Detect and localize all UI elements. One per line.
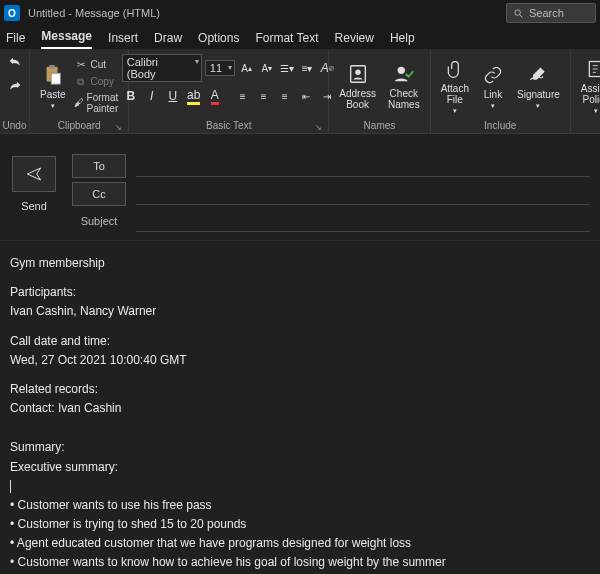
bullet-item: • Customer is trying to shed 15 to 20 po…: [10, 516, 590, 532]
search-placeholder: Search: [529, 7, 564, 19]
group-clipboard-label: Clipboard: [58, 120, 101, 131]
tab-draw[interactable]: Draw: [154, 31, 182, 49]
window-title: Untitled - Message (HTML): [28, 7, 506, 19]
paste-icon: [41, 63, 65, 87]
bullet-item: • Customer wants to know how to achieve …: [10, 554, 590, 570]
svg-rect-4: [51, 73, 60, 84]
italic-button[interactable]: I: [143, 87, 161, 105]
to-button[interactable]: To: [72, 154, 126, 178]
signature-icon: [526, 63, 550, 87]
send-icon: [25, 166, 43, 182]
svg-point-0: [515, 9, 521, 15]
redo-button[interactable]: [6, 78, 24, 96]
participants: Ivan Cashin, Nancy Warner: [10, 303, 590, 319]
attach-file-button[interactable]: Attach File ▾: [437, 55, 473, 116]
tab-message[interactable]: Message: [41, 29, 92, 49]
body-subject: Gym membership: [10, 255, 590, 271]
address-book-button[interactable]: Address Book: [335, 60, 380, 112]
copy-icon: ⧉: [74, 75, 88, 89]
svg-rect-3: [49, 64, 55, 68]
format-painter-icon: 🖌: [74, 96, 84, 110]
numbering-button[interactable]: ≡▾: [298, 59, 315, 77]
shrink-font-button[interactable]: A▾: [258, 59, 275, 77]
cc-button[interactable]: Cc: [72, 182, 126, 206]
menu-tabs: File Message Insert Draw Options Format …: [0, 26, 600, 50]
check-names-button[interactable]: Check Names: [384, 60, 424, 112]
subject-label: Subject: [72, 215, 126, 227]
assign-policy-icon: [584, 57, 600, 81]
font-name-select[interactable]: Calibri (Body: [122, 54, 202, 82]
svg-line-1: [520, 14, 523, 17]
highlight-button[interactable]: ab: [185, 87, 203, 105]
copy-button[interactable]: ⧉Copy: [74, 75, 123, 89]
bullets-button[interactable]: ☰▾: [278, 59, 295, 77]
group-undo-label: Undo: [6, 117, 23, 133]
ribbon: Undo Paste ▾ ✂Cut ⧉Copy 🖌Format Painter …: [0, 50, 600, 134]
grow-font-button[interactable]: A▴: [238, 59, 255, 77]
to-input[interactable]: [136, 155, 590, 177]
format-painter-button[interactable]: 🖌Format Painter: [74, 92, 123, 114]
mail-body[interactable]: Gym membership Participants: Ivan Cashin…: [0, 241, 600, 574]
attach-file-icon: [443, 57, 467, 81]
link-icon: [481, 63, 505, 87]
group-tags-label: Ta: [577, 117, 600, 133]
align-right-button[interactable]: ≡: [276, 87, 294, 105]
basictext-launcher-icon[interactable]: ↘: [315, 123, 322, 132]
subject-input[interactable]: [136, 210, 590, 232]
tab-review[interactable]: Review: [335, 31, 374, 49]
send-button[interactable]: [12, 156, 56, 192]
send-label: Send: [21, 200, 47, 212]
bullet-item: • Agent educated customer that we have p…: [10, 535, 590, 551]
underline-button[interactable]: U: [164, 87, 182, 105]
cc-input[interactable]: [136, 183, 590, 205]
search-icon: [513, 8, 524, 19]
svg-point-6: [355, 69, 361, 75]
search-input[interactable]: Search: [506, 3, 596, 23]
text-cursor: [10, 480, 11, 493]
related: Contact: Ivan Cashin: [10, 400, 590, 416]
undo-button[interactable]: [6, 54, 24, 72]
bold-button[interactable]: B: [122, 87, 140, 105]
outdent-button[interactable]: ⇤: [297, 87, 315, 105]
group-basictext-label: Basic Text: [206, 120, 251, 131]
align-center-button[interactable]: ≡: [255, 87, 273, 105]
address-book-icon: [346, 62, 370, 86]
tab-file[interactable]: File: [6, 31, 25, 49]
tab-options[interactable]: Options: [198, 31, 239, 49]
summary-label: Summary:: [10, 439, 590, 455]
clipboard-launcher-icon[interactable]: ↘: [115, 123, 122, 132]
tab-format-text[interactable]: Format Text: [255, 31, 318, 49]
align-left-button[interactable]: ≡: [234, 87, 252, 105]
font-size-select[interactable]: 11: [205, 60, 235, 76]
caret-down-icon: ▾: [51, 102, 55, 109]
exec-label: Executive summary:: [10, 459, 590, 475]
title-bar: O Untitled - Message (HTML) Search: [0, 0, 600, 26]
tab-help[interactable]: Help: [390, 31, 415, 49]
tab-insert[interactable]: Insert: [108, 31, 138, 49]
compose-header: Send To Cc Subject: [0, 134, 600, 241]
datetime-label: Call date and time:: [10, 333, 590, 349]
datetime: Wed, 27 Oct 2021 10:00:40 GMT: [10, 352, 590, 368]
cut-icon: ✂: [74, 58, 88, 72]
cut-button[interactable]: ✂Cut: [74, 58, 123, 72]
svg-point-7: [397, 66, 404, 73]
participants-label: Participants:: [10, 284, 590, 300]
related-label: Related records:: [10, 381, 590, 397]
group-include-label: Include: [437, 117, 564, 133]
assign-policy-button[interactable]: Assign Policy ▾: [577, 55, 600, 116]
link-button[interactable]: Link ▾: [477, 61, 509, 111]
bullet-item: • Customer wants to use his free pass: [10, 497, 590, 513]
signature-button[interactable]: Signature ▾: [513, 61, 564, 111]
paste-button[interactable]: Paste ▾: [36, 61, 70, 111]
check-names-icon: [392, 62, 416, 86]
group-names-label: Names: [335, 117, 423, 133]
outlook-icon: O: [4, 5, 20, 21]
font-color-button[interactable]: A: [206, 87, 224, 105]
